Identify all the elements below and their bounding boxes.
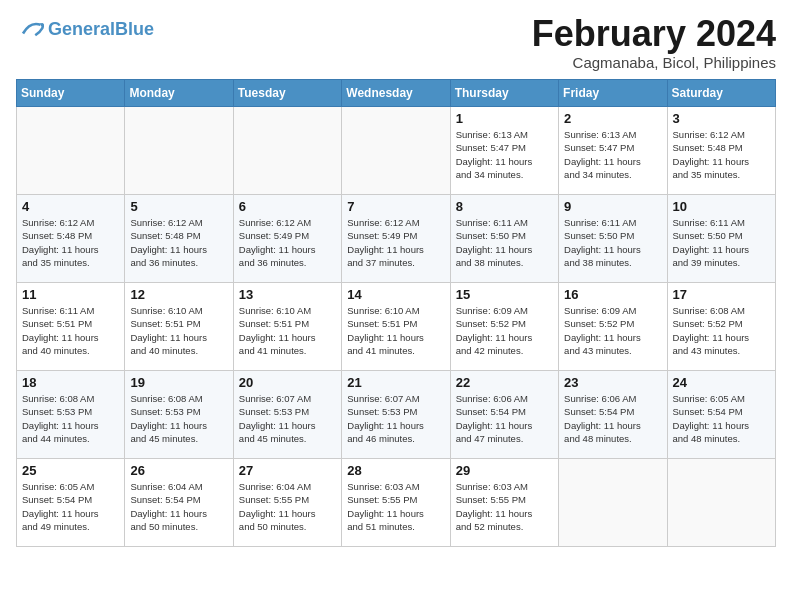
day-info: Sunrise: 6:11 AM Sunset: 5:51 PM Dayligh… <box>22 304 119 357</box>
calendar-cell: 23Sunrise: 6:06 AM Sunset: 5:54 PM Dayli… <box>559 371 667 459</box>
day-number: 25 <box>22 463 119 478</box>
logo-blue: Blue <box>115 19 154 39</box>
calendar-cell: 4Sunrise: 6:12 AM Sunset: 5:48 PM Daylig… <box>17 195 125 283</box>
day-number: 1 <box>456 111 553 126</box>
day-info: Sunrise: 6:06 AM Sunset: 5:54 PM Dayligh… <box>564 392 661 445</box>
day-info: Sunrise: 6:11 AM Sunset: 5:50 PM Dayligh… <box>456 216 553 269</box>
day-info: Sunrise: 6:11 AM Sunset: 5:50 PM Dayligh… <box>564 216 661 269</box>
day-info: Sunrise: 6:10 AM Sunset: 5:51 PM Dayligh… <box>130 304 227 357</box>
day-info: Sunrise: 6:09 AM Sunset: 5:52 PM Dayligh… <box>456 304 553 357</box>
calendar-cell: 11Sunrise: 6:11 AM Sunset: 5:51 PM Dayli… <box>17 283 125 371</box>
weekday-header-row: SundayMondayTuesdayWednesdayThursdayFrid… <box>17 80 776 107</box>
day-info: Sunrise: 6:10 AM Sunset: 5:51 PM Dayligh… <box>347 304 444 357</box>
calendar-cell: 22Sunrise: 6:06 AM Sunset: 5:54 PM Dayli… <box>450 371 558 459</box>
day-info: Sunrise: 6:07 AM Sunset: 5:53 PM Dayligh… <box>239 392 336 445</box>
day-number: 19 <box>130 375 227 390</box>
calendar-cell <box>342 107 450 195</box>
day-info: Sunrise: 6:05 AM Sunset: 5:54 PM Dayligh… <box>22 480 119 533</box>
logo-icon <box>16 16 44 44</box>
day-info: Sunrise: 6:05 AM Sunset: 5:54 PM Dayligh… <box>673 392 770 445</box>
day-info: Sunrise: 6:04 AM Sunset: 5:54 PM Dayligh… <box>130 480 227 533</box>
day-number: 14 <box>347 287 444 302</box>
calendar-cell: 25Sunrise: 6:05 AM Sunset: 5:54 PM Dayli… <box>17 459 125 547</box>
day-number: 16 <box>564 287 661 302</box>
calendar-cell: 28Sunrise: 6:03 AM Sunset: 5:55 PM Dayli… <box>342 459 450 547</box>
calendar-cell: 27Sunrise: 6:04 AM Sunset: 5:55 PM Dayli… <box>233 459 341 547</box>
calendar-cell: 13Sunrise: 6:10 AM Sunset: 5:51 PM Dayli… <box>233 283 341 371</box>
logo-general: General <box>48 19 115 39</box>
page-header: GeneralBlue February 2024 Cagmanaba, Bic… <box>16 16 776 71</box>
day-info: Sunrise: 6:08 AM Sunset: 5:53 PM Dayligh… <box>22 392 119 445</box>
day-info: Sunrise: 6:04 AM Sunset: 5:55 PM Dayligh… <box>239 480 336 533</box>
week-row-1: 4Sunrise: 6:12 AM Sunset: 5:48 PM Daylig… <box>17 195 776 283</box>
week-row-3: 18Sunrise: 6:08 AM Sunset: 5:53 PM Dayli… <box>17 371 776 459</box>
calendar-cell <box>17 107 125 195</box>
title-block: February 2024 Cagmanaba, Bicol, Philippi… <box>532 16 776 71</box>
logo-text: GeneralBlue <box>48 20 154 40</box>
day-number: 17 <box>673 287 770 302</box>
weekday-header-friday: Friday <box>559 80 667 107</box>
day-number: 5 <box>130 199 227 214</box>
day-info: Sunrise: 6:03 AM Sunset: 5:55 PM Dayligh… <box>347 480 444 533</box>
day-info: Sunrise: 6:12 AM Sunset: 5:48 PM Dayligh… <box>673 128 770 181</box>
month-title: February 2024 <box>532 16 776 52</box>
day-number: 29 <box>456 463 553 478</box>
day-info: Sunrise: 6:10 AM Sunset: 5:51 PM Dayligh… <box>239 304 336 357</box>
day-number: 24 <box>673 375 770 390</box>
week-row-0: 1Sunrise: 6:13 AM Sunset: 5:47 PM Daylig… <box>17 107 776 195</box>
calendar-cell: 1Sunrise: 6:13 AM Sunset: 5:47 PM Daylig… <box>450 107 558 195</box>
calendar-cell: 9Sunrise: 6:11 AM Sunset: 5:50 PM Daylig… <box>559 195 667 283</box>
day-number: 9 <box>564 199 661 214</box>
day-number: 11 <box>22 287 119 302</box>
weekday-header-wednesday: Wednesday <box>342 80 450 107</box>
day-info: Sunrise: 6:08 AM Sunset: 5:53 PM Dayligh… <box>130 392 227 445</box>
calendar-cell: 2Sunrise: 6:13 AM Sunset: 5:47 PM Daylig… <box>559 107 667 195</box>
calendar-cell <box>233 107 341 195</box>
day-info: Sunrise: 6:12 AM Sunset: 5:49 PM Dayligh… <box>347 216 444 269</box>
day-info: Sunrise: 6:12 AM Sunset: 5:49 PM Dayligh… <box>239 216 336 269</box>
day-info: Sunrise: 6:09 AM Sunset: 5:52 PM Dayligh… <box>564 304 661 357</box>
calendar-cell <box>125 107 233 195</box>
day-number: 22 <box>456 375 553 390</box>
weekday-header-saturday: Saturday <box>667 80 775 107</box>
day-number: 10 <box>673 199 770 214</box>
calendar-cell: 5Sunrise: 6:12 AM Sunset: 5:48 PM Daylig… <box>125 195 233 283</box>
day-info: Sunrise: 6:13 AM Sunset: 5:47 PM Dayligh… <box>456 128 553 181</box>
day-number: 18 <box>22 375 119 390</box>
calendar-cell: 8Sunrise: 6:11 AM Sunset: 5:50 PM Daylig… <box>450 195 558 283</box>
calendar-cell: 20Sunrise: 6:07 AM Sunset: 5:53 PM Dayli… <box>233 371 341 459</box>
calendar-cell: 26Sunrise: 6:04 AM Sunset: 5:54 PM Dayli… <box>125 459 233 547</box>
calendar-cell <box>667 459 775 547</box>
calendar-cell: 16Sunrise: 6:09 AM Sunset: 5:52 PM Dayli… <box>559 283 667 371</box>
day-info: Sunrise: 6:11 AM Sunset: 5:50 PM Dayligh… <box>673 216 770 269</box>
day-number: 2 <box>564 111 661 126</box>
calendar-cell: 3Sunrise: 6:12 AM Sunset: 5:48 PM Daylig… <box>667 107 775 195</box>
day-number: 7 <box>347 199 444 214</box>
day-number: 28 <box>347 463 444 478</box>
calendar-cell: 12Sunrise: 6:10 AM Sunset: 5:51 PM Dayli… <box>125 283 233 371</box>
calendar-table: SundayMondayTuesdayWednesdayThursdayFrid… <box>16 79 776 547</box>
calendar-cell: 21Sunrise: 6:07 AM Sunset: 5:53 PM Dayli… <box>342 371 450 459</box>
calendar-cell: 24Sunrise: 6:05 AM Sunset: 5:54 PM Dayli… <box>667 371 775 459</box>
calendar-cell: 6Sunrise: 6:12 AM Sunset: 5:49 PM Daylig… <box>233 195 341 283</box>
weekday-header-monday: Monday <box>125 80 233 107</box>
day-info: Sunrise: 6:12 AM Sunset: 5:48 PM Dayligh… <box>130 216 227 269</box>
day-info: Sunrise: 6:12 AM Sunset: 5:48 PM Dayligh… <box>22 216 119 269</box>
day-number: 27 <box>239 463 336 478</box>
week-row-4: 25Sunrise: 6:05 AM Sunset: 5:54 PM Dayli… <box>17 459 776 547</box>
day-number: 8 <box>456 199 553 214</box>
calendar-cell: 17Sunrise: 6:08 AM Sunset: 5:52 PM Dayli… <box>667 283 775 371</box>
calendar-cell: 7Sunrise: 6:12 AM Sunset: 5:49 PM Daylig… <box>342 195 450 283</box>
calendar-cell: 10Sunrise: 6:11 AM Sunset: 5:50 PM Dayli… <box>667 195 775 283</box>
day-number: 15 <box>456 287 553 302</box>
day-info: Sunrise: 6:07 AM Sunset: 5:53 PM Dayligh… <box>347 392 444 445</box>
weekday-header-sunday: Sunday <box>17 80 125 107</box>
day-number: 26 <box>130 463 227 478</box>
day-number: 6 <box>239 199 336 214</box>
day-number: 20 <box>239 375 336 390</box>
day-number: 12 <box>130 287 227 302</box>
day-number: 4 <box>22 199 119 214</box>
day-number: 23 <box>564 375 661 390</box>
day-info: Sunrise: 6:13 AM Sunset: 5:47 PM Dayligh… <box>564 128 661 181</box>
calendar-cell: 14Sunrise: 6:10 AM Sunset: 5:51 PM Dayli… <box>342 283 450 371</box>
